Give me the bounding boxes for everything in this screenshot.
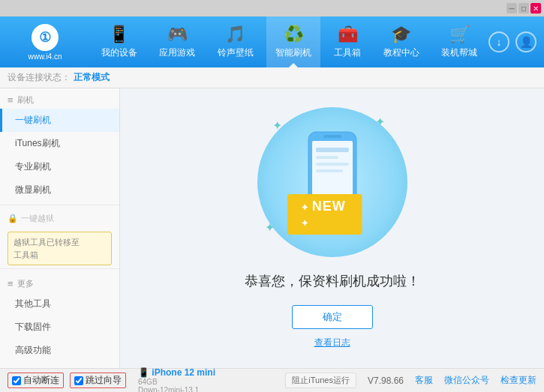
device-storage: 64GB [138,378,215,386]
phone-illustration: ✦ ✦ ✦ [257,107,407,257]
nav-smart-flash[interactable]: ♻️ 智能刷机 [266,16,320,67]
toolbox-icon: 🧰 [338,25,358,44]
success-message: 恭喜您，保资料刷机成功啦！ [245,272,420,290]
sidebar-item-pro-flash[interactable]: 专业刷机 [0,155,119,178]
shop-icon: 🛒 [449,25,470,44]
logo-url: www.i4.cn [28,52,62,61]
close-btn[interactable]: ✕ [530,3,541,13]
device-info: 📱 iPhone 12 mini 64GB Down-12mini-13.1 [138,367,215,393]
sparkle-1: ✦ [272,118,282,133]
svg-rect-7 [316,163,349,166]
nav-wallpaper-label: 铃声壁纸 [218,46,254,59]
nav-my-device[interactable]: 📱 我的设备 [92,16,146,67]
new-badge: NEW [287,194,362,235]
nav-bar: 📱 我的设备 🎮 应用游戏 🎵 铃声壁纸 ♻️ 智能刷机 🧰 工具箱 🎓 教程中… [90,16,488,67]
svg-rect-5 [316,148,349,152]
minimize-btn[interactable]: ─ [506,3,517,13]
wallpaper-icon: 🎵 [225,25,245,44]
nav-apps-games[interactable]: 🎮 应用游戏 [150,16,204,67]
sidebar-item-advanced[interactable]: 高级功能 [0,339,119,362]
logo-area: ① www.i4.cn [0,24,90,61]
back-log-link[interactable]: 查看日志 [314,337,350,349]
check-update-link[interactable]: 检查更新 [500,374,536,387]
sidebar-locked-jailbreak: 🔒 一键越狱 [0,208,119,229]
confirm-button[interactable]: 确定 [292,305,373,329]
device-model: Down-12mini-13.1 [138,386,215,393]
auto-close-checkbox[interactable] [12,376,21,385]
skip-wizard-label: 跳过向导 [86,374,122,387]
main-layout: ≡ 刷机 一键刷机 iTunes刷机 专业刷机 微显刷机 🔒 一键越狱 越狱工具… [0,88,544,368]
sidebar-group-flash: ≡ 刷机 [0,88,119,109]
nav-tutorial-label: 教程中心 [383,46,419,59]
download-btn[interactable]: ↓ [488,31,509,52]
sidebar-item-other-tools[interactable]: 其他工具 [0,292,119,316]
user-btn[interactable]: 👤 [515,31,536,52]
sidebar-item-download-firmware[interactable]: 下载固件 [0,316,119,339]
device-name: 📱 iPhone 12 mini [138,367,215,378]
sparkle-2: ✦ [375,115,385,129]
sparkle-3: ✦ [265,220,275,235]
status-value: 正常模式 [74,71,110,84]
wechat-link[interactable]: 微信公众号 [444,374,489,387]
header-right: ↓ 👤 [488,31,544,52]
device-icon: 📱 [138,367,149,378]
smart-flash-icon: ♻️ [284,25,304,44]
sidebar-note-jailbreak: 越狱工具已转移至工具箱 [8,232,112,265]
svg-rect-2 [323,135,341,138]
nav-toolbox[interactable]: 🧰 工具箱 [325,16,370,67]
content-area: ✦ ✦ ✦ [120,88,544,368]
sidebar: ≡ 刷机 一键刷机 iTunes刷机 专业刷机 微显刷机 🔒 一键越狱 越狱工具… [0,88,120,368]
svg-rect-8 [316,169,343,172]
sidebar-divider-2 [0,268,119,269]
nav-smart-flash-label: 智能刷机 [275,46,311,59]
sidebar-item-micro-flash[interactable]: 微显刷机 [0,178,119,202]
logo-icon: ① [32,24,59,51]
nav-apps-games-label: 应用游戏 [159,46,195,59]
my-device-icon: 📱 [109,25,129,44]
flash-group-label: 刷机 [17,94,34,106]
status-bar: 设备连接状态： 正常模式 [0,67,544,88]
nav-wallpaper[interactable]: 🎵 铃声壁纸 [209,16,263,67]
apps-games-icon: 🎮 [167,25,188,44]
sidebar-group-more: ≡ 更多 [0,272,119,292]
more-group-icon: ≡ [8,278,14,289]
stop-itunes-btn[interactable]: 阻止iTunes运行 [285,373,356,388]
nav-toolbox-label: 工具箱 [334,46,361,59]
nav-tutorial[interactable]: 🎓 教程中心 [374,16,428,67]
tutorial-icon: 🎓 [391,25,411,44]
version-label: V7.98.66 [368,376,404,386]
sidebar-divider-1 [0,205,119,205]
auto-close-checkbox-container[interactable]: 自动断连 [8,373,64,388]
nav-shop[interactable]: 🛒 装机帮城 [432,16,486,67]
maximize-btn[interactable]: □ [518,3,529,13]
skip-wizard-checkbox[interactable] [74,376,83,385]
bottom-right: 阻止iTunes运行 V7.98.66 客服 微信公众号 检查更新 [285,373,536,388]
flash-group-icon: ≡ [8,94,14,106]
auto-close-label: 自动断连 [23,374,59,387]
svg-rect-6 [316,156,338,159]
status-label: 设备连接状态： [8,71,71,84]
more-group-label: 更多 [17,278,34,289]
lock-icon: 🔒 [8,214,18,223]
sidebar-item-one-click[interactable]: 一键刷机 [0,109,119,132]
sidebar-item-itunes-flash[interactable]: iTunes刷机 [0,132,119,155]
bottom-bar: 自动断连 跳过向导 📱 iPhone 12 mini 64GB Down-12m… [0,368,544,392]
service-link[interactable]: 客服 [415,374,433,387]
skip-wizard-checkbox-container[interactable]: 跳过向导 [70,373,126,388]
locked-label: 一键越狱 [21,213,54,224]
nav-my-device-label: 我的设备 [101,46,137,59]
nav-shop-label: 装机帮城 [441,46,477,59]
title-bar: ─ □ ✕ [0,0,544,16]
header: ① www.i4.cn 📱 我的设备 🎮 应用游戏 🎵 铃声壁纸 ♻️ 智能刷机… [0,16,544,67]
